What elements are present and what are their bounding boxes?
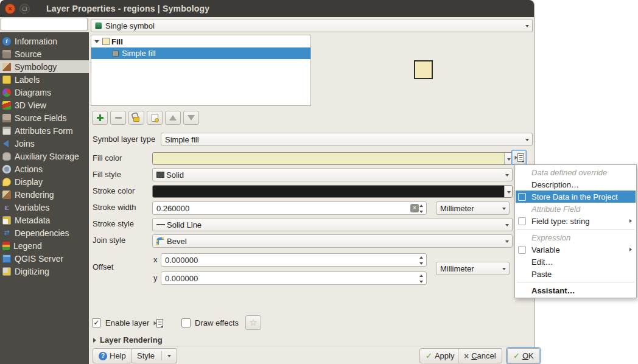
sidebar-item-display[interactable]: Display: [0, 175, 89, 188]
menu-item-label: Field type: string: [531, 217, 589, 226]
menu-separator[interactable]: [517, 282, 634, 282]
offset-x-spinbox[interactable]: [161, 253, 427, 267]
draw-effects-checkbox[interactable]: [181, 318, 191, 327]
sidebar-item-information[interactable]: Information: [0, 35, 89, 47]
menu-item-edit[interactable]: Edit…: [516, 256, 636, 268]
menu-item-paste[interactable]: Paste: [516, 268, 636, 280]
legend-icon: [2, 242, 10, 250]
spinner-arrows[interactable]: [419, 274, 424, 284]
sidebar-item-dependencies[interactable]: Dependencies: [0, 226, 89, 239]
sidebar-item-variables[interactable]: Variables: [0, 201, 89, 214]
sidebar-item-actions[interactable]: Actions: [0, 163, 89, 175]
menu-item-description[interactable]: Description…: [516, 178, 636, 191]
fill-style-combo[interactable]: Solid: [152, 168, 513, 181]
stroke-width-unit-combo[interactable]: Millimeter: [436, 201, 510, 215]
sidebar-item-label: Actions: [15, 164, 43, 174]
footer-divider: [91, 346, 532, 346]
sidebar-item-3d-view[interactable]: 3D View: [0, 99, 89, 111]
information-icon: [2, 37, 11, 46]
sidebar-item-label: Metadata: [15, 215, 50, 225]
cancel-button[interactable]: × Cancel: [458, 348, 502, 363]
sidebar-item-symbology[interactable]: Symbology: [0, 60, 89, 73]
symbol-type-value: Single symbol: [105, 21, 155, 30]
sidebar-item-source[interactable]: Source: [0, 47, 89, 60]
move-down-button[interactable]: [183, 111, 199, 125]
titlebar: Layer Properties - regions | Symbology: [0, 0, 534, 17]
tree-item-fill[interactable]: Fill: [91, 35, 310, 47]
sidebar-item-metadata[interactable]: Metadata: [0, 214, 89, 226]
sidebar-item-source-fields[interactable]: Source Fields: [0, 111, 89, 124]
fill-swatch-icon: [102, 38, 110, 45]
stroke-style-combo[interactable]: Solid Line: [152, 218, 513, 231]
menu-item-assistant[interactable]: Assistant…: [516, 284, 636, 296]
offset-y-spinbox[interactable]: [161, 271, 427, 285]
menu-header-attribute-field[interactable]: Attribute Field: [516, 203, 636, 215]
menu-item-variable[interactable]: Variable: [516, 243, 636, 256]
stroke-color-dropdown[interactable]: [504, 186, 512, 197]
data-defined-override-icon: [514, 153, 524, 162]
spinner-arrows[interactable]: [419, 204, 424, 214]
diagrams-icon: [2, 88, 11, 97]
sidebar-item-digitizing[interactable]: Digitizing: [0, 265, 89, 278]
sidebar-item-attributes-form[interactable]: Attributes Form: [0, 124, 89, 137]
apply-button[interactable]: ✓ Apply: [419, 348, 460, 363]
sidebar-search-input[interactable]: [1, 18, 88, 31]
clear-icon[interactable]: [410, 204, 419, 212]
style-button[interactable]: Style: [131, 348, 177, 363]
labels-icon: [2, 75, 11, 84]
close-window-icon[interactable]: [5, 4, 15, 14]
layer-rendering-section[interactable]: Layer Rendering: [93, 335, 163, 345]
ok-button[interactable]: ✓ OK: [507, 348, 540, 363]
menu-checkbox: [518, 217, 526, 225]
data-defined-override-icon[interactable]: [153, 319, 163, 327]
menu-checkbox: [518, 246, 526, 254]
solid-line-icon: [156, 224, 165, 225]
menu-header-data-defined-override[interactable]: Data defined override: [516, 166, 636, 178]
offset-unit-combo[interactable]: Millimeter: [436, 262, 510, 275]
fill-color-button[interactable]: [152, 152, 513, 165]
stroke-width-spinbox[interactable]: [152, 201, 427, 215]
symbol-layer-type-combo[interactable]: Simple fill: [161, 133, 533, 146]
symbol-type-combo[interactable]: Single symbol: [91, 19, 533, 32]
join-style-combo[interactable]: Bevel: [152, 234, 513, 248]
check-icon: ✓: [426, 351, 432, 360]
expander-icon[interactable]: [94, 40, 99, 43]
sidebar-item-rendering[interactable]: Rendering: [0, 188, 89, 201]
sidebar-item-label: Dependencies: [15, 228, 69, 238]
joins-icon: [2, 139, 11, 148]
sidebar-item-diagrams[interactable]: Diagrams: [0, 86, 89, 99]
menu-item-label: Description…: [531, 180, 579, 189]
tree-item-simple-fill-label: Simple fill: [122, 49, 156, 58]
offset-y-input[interactable]: [161, 274, 426, 283]
symbology-icon: [2, 63, 11, 71]
stroke-width-input[interactable]: [153, 204, 410, 213]
restore-window-icon[interactable]: [19, 4, 30, 14]
sidebar-item-labels[interactable]: Labels: [0, 73, 89, 86]
sidebar-item-legend[interactable]: Legend: [0, 239, 89, 252]
draw-effects-label: Draw effects: [195, 317, 239, 330]
x-icon: ×: [464, 351, 469, 361]
lock-color-button[interactable]: [128, 111, 144, 125]
tree-item-simple-fill[interactable]: Simple fill: [91, 47, 310, 59]
remove-symbol-layer-button[interactable]: [110, 111, 126, 125]
help-button[interactable]: ? Help: [93, 348, 132, 363]
move-up-button[interactable]: [165, 111, 181, 125]
menu-item-field-type-string[interactable]: Field type: string: [516, 215, 636, 227]
effects-options-button[interactable]: [245, 315, 261, 330]
duplicate-symbol-layer-button[interactable]: [147, 111, 163, 125]
offset-unit-value: Millimeter: [440, 264, 474, 273]
sidebar-item-label: Legend: [13, 241, 42, 251]
menu-item-store-data-in-project[interactable]: Store Data in the Project: [516, 191, 636, 203]
offset-x-input[interactable]: [161, 256, 426, 265]
sidebar-item-qgis-server[interactable]: QGIS Server: [0, 252, 89, 265]
fill-color-swatch: [153, 153, 504, 164]
sidebar-item-auxiliary-storage[interactable]: Auxiliary Storage: [0, 150, 89, 163]
fill-color-data-defined-button[interactable]: [511, 150, 527, 165]
stroke-color-button[interactable]: [152, 185, 513, 198]
spinner-arrows[interactable]: [419, 256, 424, 265]
enable-layer-checkbox[interactable]: [92, 318, 101, 327]
menu-separator[interactable]: [517, 229, 634, 229]
sidebar-item-joins[interactable]: Joins: [0, 137, 89, 150]
menu-header-expression[interactable]: Expression: [516, 231, 636, 243]
add-symbol-layer-button[interactable]: [92, 111, 108, 125]
